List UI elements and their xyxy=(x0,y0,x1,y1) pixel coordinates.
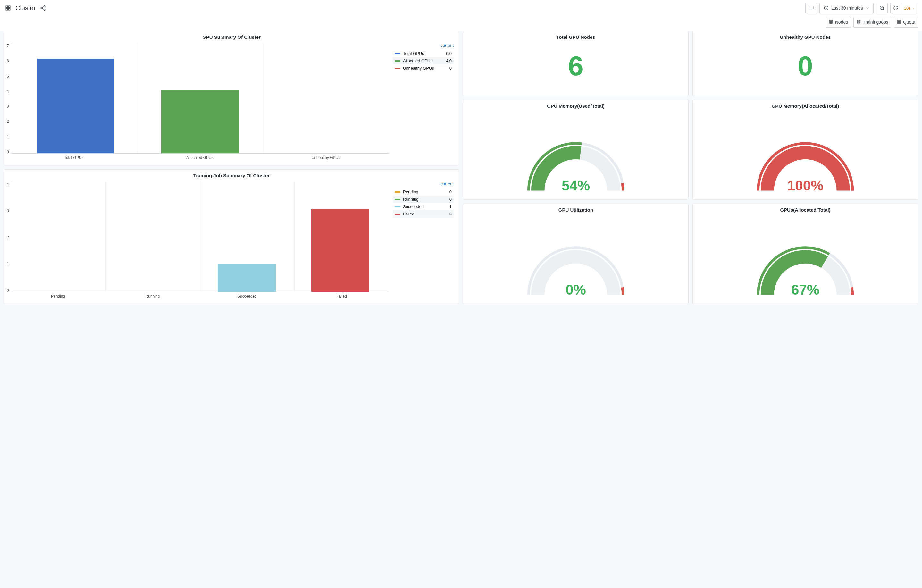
bar[interactable] xyxy=(311,209,369,292)
panel-title: Total GPU Nodes xyxy=(463,31,688,41)
panel-gpus-alloc[interactable]: GPUs(Allocated/Total) 67% xyxy=(693,204,918,304)
svg-line-8 xyxy=(43,8,44,9)
x-tick-label: Failed xyxy=(294,292,389,299)
link-training-jobs-label: TrainingJobs xyxy=(863,20,888,24)
legend-row[interactable]: Pending0 xyxy=(393,188,454,196)
link-training-jobs[interactable]: TrainingJobs xyxy=(853,17,891,28)
panel-gpu-mem-used[interactable]: GPU Memory(Used/Total) 54% xyxy=(463,100,688,200)
left-column: GPU Summary Of Cluster 76543210 Total GP… xyxy=(4,31,459,304)
svg-rect-24 xyxy=(899,21,901,22)
legend-label: Unhealthy GPUs xyxy=(403,66,434,70)
svg-line-13 xyxy=(883,9,884,10)
bars-wrap: Total GPUsAllocated GPUsUnhealthy GPUs xyxy=(11,43,389,160)
panel-total-gpu-nodes[interactable]: Total GPU Nodes 6 xyxy=(463,31,688,96)
panel-gpu-summary[interactable]: GPU Summary Of Cluster 76543210 Total GP… xyxy=(4,31,459,165)
link-quota-label: Quota xyxy=(903,20,915,24)
legend-swatch xyxy=(395,68,401,69)
bar[interactable] xyxy=(161,90,239,153)
legend-row[interactable]: Allocated GPUs4.0 xyxy=(393,57,454,64)
svg-rect-21 xyxy=(857,23,858,24)
panel-title: GPUs(Allocated/Total) xyxy=(693,204,918,214)
bar-slot xyxy=(293,181,387,292)
time-range-picker[interactable]: Last 30 minutes xyxy=(819,3,874,13)
x-tick-label: Allocated GPUs xyxy=(137,154,263,160)
panel-title: Training Job Summary Of Cluster xyxy=(4,170,459,180)
gauge-value: 67% xyxy=(791,282,819,298)
refresh-interval-picker[interactable]: 10s xyxy=(901,3,919,13)
chevron-down-icon xyxy=(866,6,870,10)
panel-job-summary[interactable]: Training Job Summary Of Cluster 43210 Pe… xyxy=(4,169,459,304)
legend-label: Succeeded xyxy=(403,204,424,209)
svg-rect-20 xyxy=(859,21,860,22)
dashboard-links-row: Nodes TrainingJobs Quota xyxy=(0,15,922,31)
stat-value: 6 xyxy=(463,41,688,96)
legend-swatch xyxy=(395,214,401,215)
time-range-label: Last 30 minutes xyxy=(831,5,863,11)
svg-rect-0 xyxy=(6,6,7,7)
dashboard-body: GPU Summary Of Cluster 76543210 Total GP… xyxy=(0,31,922,308)
panel-title: GPU Summary Of Cluster xyxy=(4,31,459,41)
x-tick-label: Succeeded xyxy=(200,292,294,299)
bar-region xyxy=(11,181,389,292)
topbar-right: Last 30 minutes 10s xyxy=(805,3,918,13)
barchart-body: 43210 PendingRunningSucceededFailed curr… xyxy=(4,180,459,304)
legend-row[interactable]: Total GPUs6.0 xyxy=(393,50,454,57)
legend-label: Allocated GPUs xyxy=(403,58,432,63)
svg-rect-9 xyxy=(809,6,813,9)
chevron-down-icon xyxy=(912,7,915,10)
x-tick-label: Total GPUs xyxy=(11,154,137,160)
panel-gpu-util[interactable]: GPU Utilization 0% xyxy=(463,204,688,304)
link-nodes-label: Nodes xyxy=(835,20,848,24)
refresh-interval-label: 10s xyxy=(904,6,911,11)
legend-label: Pending xyxy=(403,189,418,194)
tv-mode-button[interactable] xyxy=(805,3,817,13)
refresh-button[interactable] xyxy=(890,3,901,13)
grid-icon xyxy=(856,20,861,24)
x-axis-labels: Total GPUsAllocated GPUsUnhealthy GPUs xyxy=(11,154,389,160)
plot-area: 43210 PendingRunningSucceededFailed xyxy=(7,181,389,299)
svg-rect-17 xyxy=(829,23,830,24)
panel-title: GPU Memory(Used/Total) xyxy=(463,100,688,110)
bar[interactable] xyxy=(37,59,114,153)
legend-row[interactable]: Failed3 xyxy=(393,210,454,218)
panel-title: GPU Utilization xyxy=(463,204,688,214)
bar[interactable] xyxy=(218,264,276,292)
y-axis: 43210 xyxy=(7,181,11,299)
legend-value: 4.0 xyxy=(446,58,452,63)
legend-header: current xyxy=(393,181,454,188)
legend-row[interactable]: Running0 xyxy=(393,196,454,203)
zoom-out-button[interactable] xyxy=(876,3,888,13)
svg-rect-22 xyxy=(859,23,860,24)
gauge-value: 100% xyxy=(787,178,824,194)
page-title: Cluster xyxy=(15,5,36,12)
share-icon[interactable] xyxy=(39,4,47,12)
legend-swatch xyxy=(395,60,401,62)
legend-swatch xyxy=(395,53,401,54)
svg-point-4 xyxy=(44,6,46,7)
legend-row[interactable]: Unhealthy GPUs0 xyxy=(393,64,454,72)
bar-slot xyxy=(137,43,262,153)
link-quota[interactable]: Quota xyxy=(894,17,918,28)
panel-unhealthy-gpu-nodes[interactable]: Unhealthy GPU Nodes 0 xyxy=(693,31,918,96)
legend-label: Total GPUs xyxy=(403,51,424,56)
gauge-body: 100% xyxy=(693,110,918,200)
gauge-value: 54% xyxy=(562,178,590,194)
panel-gpu-mem-alloc[interactable]: GPU Memory(Allocated/Total) 100% xyxy=(693,100,918,200)
bars-wrap: PendingRunningSucceededFailed xyxy=(11,181,389,299)
stat-value: 0 xyxy=(693,41,918,96)
dashboard-topbar: Cluster Last 30 minutes 10s xyxy=(0,0,922,15)
gauge-value: 0% xyxy=(566,282,586,298)
bar-slot xyxy=(262,43,387,153)
svg-rect-19 xyxy=(857,21,858,22)
svg-rect-1 xyxy=(9,6,10,7)
dashboard-icon[interactable] xyxy=(4,4,12,12)
svg-rect-23 xyxy=(897,21,899,22)
gauge-body: 0% xyxy=(463,214,688,304)
legend-row[interactable]: Succeeded1 xyxy=(393,203,454,210)
link-nodes[interactable]: Nodes xyxy=(826,17,851,28)
svg-rect-26 xyxy=(899,23,901,24)
legend: current Total GPUs6.0Allocated GPUs4.0Un… xyxy=(393,43,454,160)
x-tick-label: Pending xyxy=(11,292,105,299)
plot-area: 76543210 Total GPUsAllocated GPUsUnhealt… xyxy=(7,43,389,160)
bar-slot xyxy=(13,181,107,292)
